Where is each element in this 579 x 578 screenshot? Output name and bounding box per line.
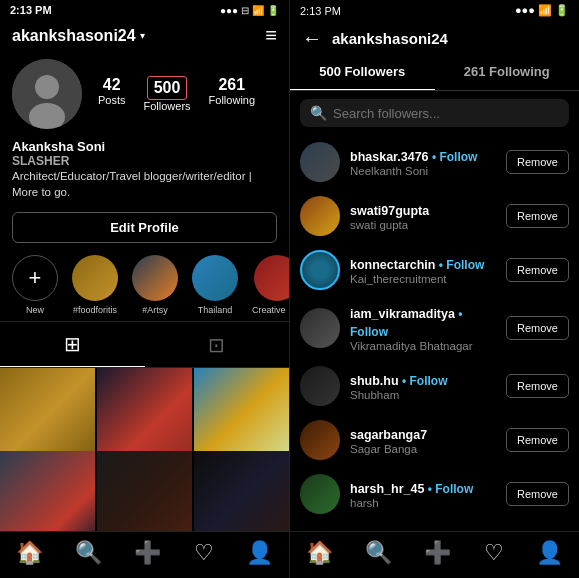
grid-item-4[interactable] xyxy=(97,451,192,531)
follower-avatar xyxy=(300,196,340,236)
follower-info: harsh_hr_45 • Followharsh xyxy=(350,479,496,509)
follower-username: shub.hu xyxy=(350,374,399,388)
follower-username: konnectarchin xyxy=(350,258,435,272)
grid-item-0[interactable] xyxy=(0,368,95,463)
followers-label: Followers xyxy=(144,100,191,112)
highlight-food[interactable]: #foodforitis xyxy=(72,255,118,315)
home-nav-icon[interactable]: 🏠 xyxy=(16,540,43,566)
tab-following[interactable]: 261 Following xyxy=(435,54,580,90)
remove-button[interactable]: Remove xyxy=(506,258,569,282)
highlight-new-label: New xyxy=(26,305,44,315)
profile-bio: Architect/Educator/Travel blogger/writer… xyxy=(12,168,277,200)
follower-avatar xyxy=(300,142,340,182)
grid-item-1[interactable] xyxy=(97,368,192,463)
right-time: 2:13 PM xyxy=(300,5,341,17)
highlight-thailand[interactable]: Thailand xyxy=(192,255,238,315)
highlight-new[interactable]: + New xyxy=(12,255,58,315)
right-likes-icon[interactable]: ♡ xyxy=(484,540,504,566)
follower-realname: swati gupta xyxy=(350,219,496,231)
right-search-icon[interactable]: 🔍 xyxy=(365,540,392,566)
grid-item-2[interactable] xyxy=(194,368,289,463)
highlight-artsy[interactable]: #Artsy xyxy=(132,255,178,315)
follower-realname: Neelkanth Soni xyxy=(350,165,496,177)
follow-link[interactable]: • Follow xyxy=(424,482,473,496)
profile-category: SLASHER xyxy=(12,154,277,168)
post-tabs: ⊞ ⊡ xyxy=(0,321,289,368)
follower-username: swati97gupta xyxy=(350,204,429,218)
follower-username-row: sagarbanga7 xyxy=(350,425,496,443)
followers-stat[interactable]: 500 Followers xyxy=(144,76,191,112)
remove-button[interactable]: Remove xyxy=(506,374,569,398)
followers-list: bhaskar.3476 • FollowNeelkanth SoniRemov… xyxy=(290,135,579,531)
avatar xyxy=(12,59,82,129)
remove-button[interactable]: Remove xyxy=(506,428,569,452)
username-row[interactable]: akankshasoni24 ▾ xyxy=(12,27,145,45)
highlight-artsy-label: #Artsy xyxy=(142,305,168,315)
search-icon: 🔍 xyxy=(310,105,327,121)
follow-link[interactable]: • Follow xyxy=(435,258,484,272)
highlight-new-circle: + xyxy=(12,255,58,301)
right-profile-icon[interactable]: 👤 xyxy=(536,540,563,566)
follower-item: iam_vikramaditya • FollowVikramaditya Bh… xyxy=(290,297,579,359)
hamburger-icon[interactable]: ≡ xyxy=(265,24,277,47)
remove-button[interactable]: Remove xyxy=(506,204,569,228)
likes-nav-icon[interactable]: ♡ xyxy=(194,540,214,566)
highlight-thailand-circle xyxy=(192,255,238,301)
following-stat[interactable]: 261 Following xyxy=(209,76,255,112)
tab-followers[interactable]: 500 Followers xyxy=(290,54,435,90)
right-status-icons: ●●● 📶 🔋 xyxy=(515,4,569,17)
grid-tab[interactable]: ⊞ xyxy=(0,322,145,367)
follower-realname: Kai_therecruitment xyxy=(350,273,496,285)
left-time: 2:13 PM xyxy=(10,4,52,16)
left-username: akankshasoni24 xyxy=(12,27,136,45)
svg-point-1 xyxy=(35,75,59,99)
follower-avatar xyxy=(300,366,340,406)
back-button[interactable]: ← xyxy=(302,27,322,50)
grid-item-3[interactable] xyxy=(0,451,95,531)
follower-item: konnectarchin • FollowKai_therecruitment… xyxy=(290,243,579,297)
chevron-down-icon[interactable]: ▾ xyxy=(140,30,145,41)
follow-link[interactable]: • Follow xyxy=(429,150,478,164)
right-panel: 2:13 PM ●●● 📶 🔋 ← akankshasoni24 500 Fol… xyxy=(290,0,579,578)
search-input[interactable] xyxy=(333,106,559,121)
add-nav-icon[interactable]: ➕ xyxy=(134,540,161,566)
remove-button[interactable]: Remove xyxy=(506,482,569,506)
search-nav-icon[interactable]: 🔍 xyxy=(75,540,102,566)
highlight-creative-label: Creative W... xyxy=(252,305,289,315)
highlight-artsy-circle xyxy=(132,255,178,301)
follower-realname: Sagar Banga xyxy=(350,443,496,455)
photo-grid xyxy=(0,368,289,531)
follower-username: harsh_hr_45 xyxy=(350,482,424,496)
profile-info: Akanksha Soni SLASHER Architect/Educator… xyxy=(0,135,289,206)
right-home-icon[interactable]: 🏠 xyxy=(306,540,333,566)
grid-item-5[interactable] xyxy=(194,451,289,531)
tagged-icon: ⊡ xyxy=(208,333,225,357)
profile-section: 42 Posts 500 Followers 261 Following xyxy=(0,53,289,135)
follower-realname: Vikramaditya Bhatnagar xyxy=(350,340,496,352)
follower-username-row: iam_vikramaditya • Follow xyxy=(350,304,496,340)
left-header: akankshasoni24 ▾ ≡ xyxy=(0,20,289,53)
posts-count: 42 xyxy=(103,76,121,94)
remove-button[interactable]: Remove xyxy=(506,150,569,174)
highlight-creative-circle xyxy=(254,255,289,301)
followers-count: 500 xyxy=(147,76,188,100)
right-add-icon[interactable]: ➕ xyxy=(424,540,451,566)
left-status-icons: ●●● ⊟ 📶 🔋 xyxy=(220,5,279,16)
highlight-creative[interactable]: Creative W... xyxy=(252,255,289,315)
remove-button[interactable]: Remove xyxy=(506,316,569,340)
profile-nav-icon[interactable]: 👤 xyxy=(246,540,273,566)
left-status-bar: 2:13 PM ●●● ⊟ 📶 🔋 xyxy=(0,0,289,20)
search-bar: 🔍 xyxy=(300,99,569,127)
follower-item: shub.hu • FollowShubhamRemove xyxy=(290,359,579,413)
follower-item: swati97guptaswati guptaRemove xyxy=(290,189,579,243)
follower-username-row: harsh_hr_45 • Follow xyxy=(350,479,496,497)
highlight-thailand-label: Thailand xyxy=(198,305,233,315)
highlight-food-circle xyxy=(72,255,118,301)
follow-link[interactable]: • Follow xyxy=(399,374,448,388)
follower-username: sagarbanga7 xyxy=(350,428,427,442)
edit-profile-button[interactable]: Edit Profile xyxy=(12,212,277,243)
tagged-tab[interactable]: ⊡ xyxy=(145,322,290,367)
follower-info: konnectarchin • FollowKai_therecruitment xyxy=(350,255,496,285)
right-bottom-nav: 🏠 🔍 ➕ ♡ 👤 xyxy=(290,531,579,578)
follower-info: shub.hu • FollowShubham xyxy=(350,371,496,401)
